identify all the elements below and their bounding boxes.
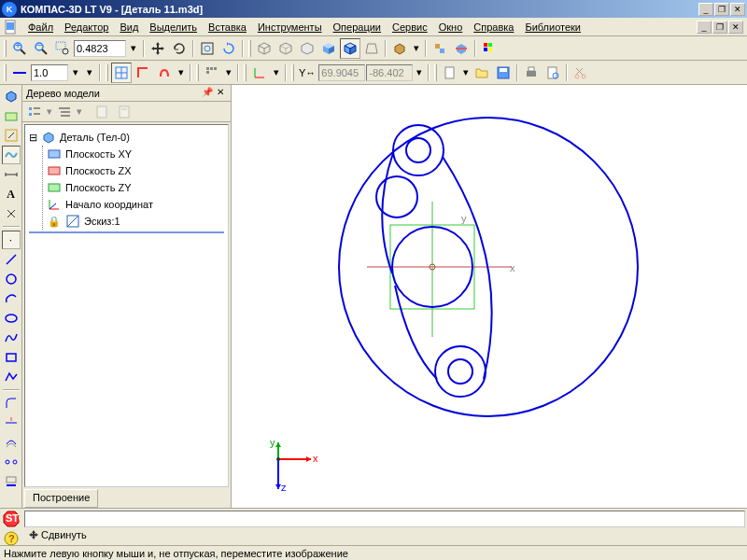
menu-operations[interactable]: Операции bbox=[328, 20, 387, 35]
help-icon[interactable]: ? bbox=[4, 531, 19, 548]
surface-icon[interactable] bbox=[2, 146, 21, 164]
line-icon[interactable] bbox=[2, 250, 21, 269]
pin-icon[interactable]: 📌 bbox=[201, 87, 214, 100]
section-view-icon[interactable] bbox=[451, 38, 472, 59]
zoom-in-icon[interactable]: + bbox=[9, 38, 30, 59]
sketch-icon[interactable] bbox=[2, 126, 21, 145]
tree-plane-xy[interactable]: Плоскость XY bbox=[47, 146, 224, 162]
grip[interactable] bbox=[4, 40, 7, 57]
tree-origin[interactable]: Начало координат bbox=[47, 196, 224, 213]
menu-libraries[interactable]: Библиотеки bbox=[519, 20, 586, 35]
close-panel-icon[interactable]: ✕ bbox=[214, 87, 227, 100]
menu-editor[interactable]: Редактор bbox=[59, 20, 114, 35]
pan-icon[interactable] bbox=[148, 38, 168, 59]
perspective-icon[interactable] bbox=[361, 38, 382, 59]
extrude-icon[interactable] bbox=[2, 87, 21, 105]
refresh-icon[interactable] bbox=[218, 38, 239, 59]
grip[interactable] bbox=[248, 40, 251, 57]
stop-icon[interactable]: STOP bbox=[3, 511, 20, 529]
snap-grid-icon[interactable] bbox=[111, 63, 132, 83]
rotate-icon[interactable] bbox=[169, 38, 190, 59]
tree-body[interactable]: ⊟ Деталь (Тел-0) Плоскость XY Плоскость … bbox=[24, 124, 229, 487]
fillet-icon[interactable] bbox=[2, 394, 21, 413]
plane-icon[interactable] bbox=[2, 106, 21, 125]
view-orientation-icon[interactable] bbox=[389, 38, 410, 59]
cut-icon[interactable] bbox=[571, 63, 591, 83]
ortho-icon[interactable] bbox=[133, 63, 153, 83]
zoom-fit-icon[interactable] bbox=[197, 38, 218, 59]
dropdown-icon[interactable]: ▾ bbox=[69, 63, 82, 83]
menu-file[interactable]: Файл bbox=[22, 20, 59, 35]
snap-toggle-icon[interactable] bbox=[154, 63, 175, 83]
spline-icon[interactable] bbox=[2, 329, 21, 347]
scale-input[interactable] bbox=[31, 64, 68, 81]
grip[interactable] bbox=[4, 64, 7, 81]
grip[interactable] bbox=[244, 64, 247, 81]
grip[interactable] bbox=[291, 64, 294, 81]
offset-icon[interactable] bbox=[2, 433, 21, 452]
wireframe-icon[interactable] bbox=[254, 38, 275, 59]
simplified-icon[interactable] bbox=[430, 38, 450, 59]
tree-plane-zy[interactable]: Плоскость ZY bbox=[47, 179, 224, 196]
polyline-icon[interactable] bbox=[2, 368, 21, 386]
bottom-tab[interactable]: Сдвинуть bbox=[24, 529, 91, 540]
dropdown-icon[interactable]: ▾ bbox=[271, 63, 282, 83]
tree-tool-3-icon[interactable] bbox=[92, 102, 112, 122]
tree-tool-2-icon[interactable] bbox=[54, 102, 75, 122]
dropdown-zoom-icon[interactable]: ▾ bbox=[127, 38, 140, 59]
shaded-icon[interactable] bbox=[318, 38, 339, 59]
save-icon[interactable] bbox=[493, 63, 514, 83]
grip[interactable] bbox=[106, 64, 108, 81]
tree-tool-4-icon[interactable] bbox=[114, 102, 134, 122]
dropdown-icon[interactable]: ▾ bbox=[411, 38, 422, 59]
zoom-value-input[interactable] bbox=[74, 40, 126, 57]
ellipse-icon[interactable] bbox=[2, 309, 21, 328]
shaded-edges-icon[interactable] bbox=[340, 38, 360, 59]
point-icon[interactable]: · bbox=[2, 231, 21, 249]
hidden-lines-icon[interactable] bbox=[275, 38, 296, 59]
restore-button[interactable]: ❐ bbox=[714, 3, 729, 16]
zoom-region-icon[interactable] bbox=[52, 38, 73, 59]
linestyle-icon[interactable] bbox=[9, 63, 30, 83]
menu-service[interactable]: Сервис bbox=[387, 20, 433, 35]
open-icon[interactable] bbox=[472, 63, 492, 83]
zoom-out-icon[interactable]: − bbox=[31, 38, 51, 59]
color-icon[interactable] bbox=[479, 38, 500, 59]
lcs-icon[interactable] bbox=[249, 63, 270, 83]
property-strip[interactable] bbox=[24, 511, 745, 527]
menu-insert[interactable]: Вставка bbox=[203, 20, 252, 35]
minimize-button[interactable]: _ bbox=[698, 3, 713, 16]
project-icon[interactable] bbox=[2, 472, 21, 491]
new-icon[interactable] bbox=[440, 63, 460, 83]
text-icon[interactable]: A bbox=[2, 185, 21, 203]
mdi-minimize-button[interactable]: _ bbox=[697, 21, 712, 34]
dropdown-icon[interactable]: ▾ bbox=[461, 63, 471, 83]
preview-icon[interactable] bbox=[543, 63, 563, 83]
tree-tool-1-icon[interactable] bbox=[24, 102, 45, 122]
tree-sketch[interactable]: 🔒Эскиз:1 bbox=[47, 213, 224, 230]
menu-view[interactable]: Вид bbox=[114, 20, 144, 35]
dropdown-icon[interactable]: ▾ bbox=[414, 63, 425, 83]
grip[interactable] bbox=[434, 64, 437, 81]
menu-tools[interactable]: Инструменты bbox=[252, 20, 328, 35]
arc-icon[interactable] bbox=[2, 289, 21, 308]
menu-window[interactable]: Окно bbox=[433, 20, 469, 35]
tree-tab[interactable]: Построение bbox=[24, 489, 98, 508]
tree-plane-zx[interactable]: Плоскость ZX bbox=[47, 162, 224, 179]
trim-icon[interactable] bbox=[2, 413, 21, 432]
dropdown-icon[interactable]: ▾ bbox=[223, 63, 234, 83]
tree-root[interactable]: ⊟ Деталь (Тел-0) bbox=[29, 129, 224, 146]
circle-icon[interactable] bbox=[2, 270, 21, 288]
rect-icon[interactable] bbox=[2, 348, 21, 367]
mdi-close-button[interactable]: ✕ bbox=[728, 21, 743, 34]
dropdown-icon[interactable]: ▾ bbox=[176, 63, 187, 83]
constraint-icon[interactable] bbox=[2, 204, 21, 223]
pattern-icon[interactable] bbox=[2, 453, 21, 471]
close-button[interactable]: ✕ bbox=[730, 3, 745, 16]
dimension-icon[interactable] bbox=[2, 165, 21, 184]
menu-select[interactable]: Выделить bbox=[144, 20, 203, 35]
print-icon[interactable] bbox=[521, 63, 542, 83]
menu-help[interactable]: Справка bbox=[468, 20, 519, 35]
grip[interactable] bbox=[196, 64, 199, 81]
canvas-area[interactable]: y x x y bbox=[232, 85, 747, 508]
